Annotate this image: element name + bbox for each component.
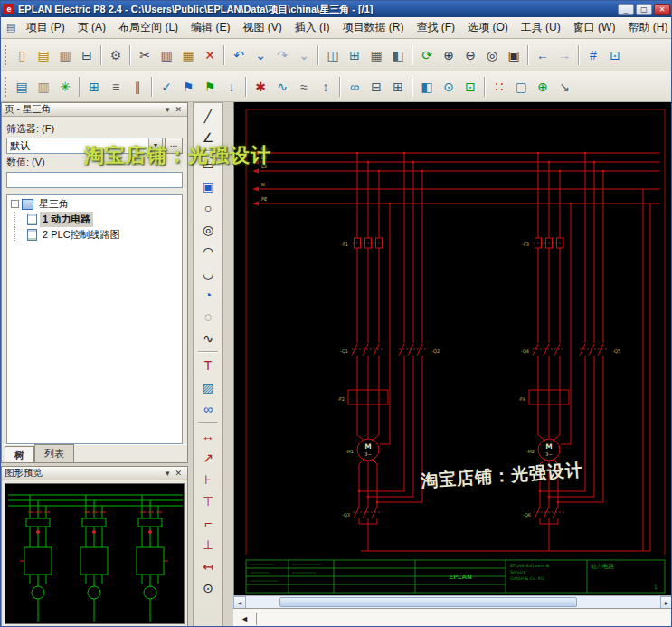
window-list-icon[interactable]: ▦ (366, 45, 386, 65)
scroll-left-icon[interactable]: ◄ (233, 596, 246, 609)
tree-root-label[interactable]: 星三角 (36, 196, 71, 212)
device-navigator-icon[interactable]: ⊞ (84, 77, 104, 97)
tab-list[interactable]: 列表 (34, 444, 74, 462)
insert-coordinates-icon[interactable]: ⊕ (533, 77, 553, 97)
cascade-windows-icon[interactable]: ◫ (323, 45, 343, 65)
scroll-right-icon[interactable]: ► (660, 596, 672, 609)
layout-space-navigator-icon[interactable]: ▥ (33, 77, 53, 97)
align-objects-icon[interactable]: ◧ (417, 77, 437, 97)
goto-grid-icon[interactable]: # (583, 45, 603, 65)
menu-view[interactable]: 视图 (V) (236, 17, 288, 38)
panel-close-icon[interactable]: ✕ (172, 105, 185, 114)
sheet-nav-left-icon[interactable]: ◄ (237, 614, 252, 623)
new-page-icon[interactable]: ▯ (12, 45, 32, 65)
hyperlink-tool-icon[interactable]: ∞ (197, 399, 219, 419)
circle-diameter-tool-icon[interactable]: ◎ (197, 220, 219, 240)
connection-symbol-horizontal-tool-icon[interactable]: ↔ (197, 426, 219, 446)
open-page-icon[interactable]: ▤ (33, 45, 53, 65)
menu-layout-space[interactable]: 布局空间 (L) (112, 17, 185, 38)
insert-window-icon[interactable]: ◧ (388, 45, 408, 65)
text-tool-icon[interactable]: T (197, 356, 219, 375)
menu-edit[interactable]: 编辑 (E) (185, 17, 236, 38)
redo-icon[interactable]: ↷ (272, 45, 292, 65)
redo-history-icon[interactable]: ⌄ (294, 45, 314, 65)
tree-expander-icon[interactable]: − (11, 200, 19, 208)
combo-dropdown-icon[interactable]: ▾ (148, 138, 162, 153)
minimize-button[interactable]: _ (618, 4, 634, 15)
connection-points-icon[interactable]: ∷ (489, 77, 509, 97)
panel-collapse-icon[interactable]: ▾ (163, 105, 173, 114)
scrollbar-track[interactable] (246, 596, 660, 609)
close-button[interactable]: ✕ (654, 4, 670, 15)
print-icon[interactable]: ⊟ (77, 45, 97, 65)
check-completed-icon[interactable]: ⚑ (200, 77, 220, 97)
filter-combobox[interactable]: 默认 ▾ (6, 138, 163, 154)
titlebar[interactable]: e EPLAN Electric P8 2.4 - C:\Users\Publi… (1, 1, 672, 17)
connections-icon[interactable]: ∿ (272, 77, 292, 97)
refresh-icon[interactable]: ⟳ (417, 45, 437, 65)
pages-panel-header[interactable]: 页 - 星三角 ▾ ✕ (2, 103, 187, 117)
zoom-fit-icon[interactable]: ▣ (504, 45, 524, 65)
preview-panel-header[interactable]: 图形预览 ▾ ✕ (2, 467, 187, 480)
zoom-in-icon[interactable]: ⊕ (439, 45, 459, 65)
tree-item-label[interactable]: 1 动力电路 (40, 212, 93, 227)
menu-help[interactable]: 帮助 (H) (621, 17, 672, 38)
angle-tool-icon[interactable]: ∠ (197, 128, 219, 147)
menu-project-data[interactable]: 项目数据 (R) (336, 17, 410, 38)
circle-tool-icon[interactable]: ○ (197, 198, 219, 218)
graphical-preview[interactable] (5, 483, 185, 624)
value-input[interactable] (6, 172, 183, 188)
reports-icon[interactable]: ⊞ (388, 77, 408, 97)
horizontal-scrollbar[interactable]: ◄ ► (233, 595, 672, 608)
insert-symbol-icon[interactable]: ✳ (55, 77, 75, 97)
tree-root-row[interactable]: − 星三角 (7, 196, 182, 212)
line-tool-icon[interactable]: ╱ (197, 106, 219, 126)
ellipse-tool-icon[interactable]: ◌ (197, 307, 219, 327)
graphic-box-icon[interactable]: ▢ (511, 77, 531, 97)
tile-windows-icon[interactable]: ⊞ (345, 45, 364, 65)
corner-tool-icon[interactable]: ⌐ (197, 513, 219, 533)
tree-item-power-circuit[interactable]: 1 动力电路 (7, 212, 182, 227)
t-node-tool-icon[interactable]: ⊤ (197, 491, 219, 511)
active-document-icon[interactable]: ▤ (6, 22, 15, 33)
tab-tree[interactable]: 树 (5, 446, 34, 462)
connection-splice-tool-icon[interactable]: ⊦ (197, 470, 219, 489)
dimension-tool-icon[interactable]: ↤ (197, 556, 219, 576)
rectangle-center-tool-icon[interactable]: ▣ (197, 176, 219, 196)
menu-window[interactable]: 窗口 (W) (567, 17, 622, 38)
menu-page[interactable]: 页 (A) (71, 17, 112, 38)
terminals-icon[interactable]: ⊟ (366, 77, 386, 97)
cables-icon[interactable]: ≈ (294, 77, 314, 97)
copy-icon[interactable]: ▥ (156, 45, 176, 65)
macro-navigator-icon[interactable]: ⊡ (460, 77, 480, 97)
arc-3point-tool-icon[interactable]: ◡ (197, 263, 219, 283)
check-project-icon[interactable]: ✓ (156, 77, 176, 97)
menu-project[interactable]: 项目 (P) (19, 17, 71, 38)
delete-icon[interactable]: ✕ (200, 45, 220, 65)
image-tool-icon[interactable]: ▨ (197, 377, 219, 397)
messages-icon[interactable]: ⚑ (178, 77, 198, 97)
tree-item-label[interactable]: 2 PLC控制线路图 (40, 227, 123, 242)
insert-device-icon[interactable]: ✱ (251, 77, 270, 97)
measure-icon[interactable]: ↘ (554, 77, 574, 97)
arc-tool-icon[interactable]: ◠ (197, 242, 219, 261)
menu-find[interactable]: 查找 (F) (410, 17, 461, 38)
undo-history-icon[interactable]: ⌄ (251, 45, 270, 65)
connection-symbol-diagonal-tool-icon[interactable]: ↗ (197, 448, 219, 468)
export-icon[interactable]: ↓ (222, 77, 241, 97)
tree-item-plc-circuit[interactable]: 2 PLC控制线路图 (7, 227, 182, 242)
panel-collapse-icon[interactable]: ▾ (163, 469, 173, 478)
compass-tool-icon[interactable]: ⊙ (197, 578, 219, 598)
terminal-strip-icon[interactable]: ∥ (128, 77, 147, 97)
node-down-tool-icon[interactable]: ⊥ (197, 535, 219, 555)
toolbar-grip[interactable] (5, 77, 7, 97)
zoom-out-icon[interactable]: ⊖ (460, 45, 480, 65)
page-navigator-icon[interactable]: ▤ (12, 77, 32, 97)
update-connections-icon[interactable]: ↕ (316, 77, 336, 97)
scrollbar-thumb[interactable] (279, 597, 578, 607)
menu-options[interactable]: 选项 (O) (461, 17, 515, 38)
paste-icon[interactable]: ▦ (178, 45, 198, 65)
menu-insert[interactable]: 插入 (I) (289, 17, 336, 38)
back-icon[interactable]: ← (533, 45, 553, 65)
filter-browse-button[interactable]: ... (165, 138, 183, 154)
